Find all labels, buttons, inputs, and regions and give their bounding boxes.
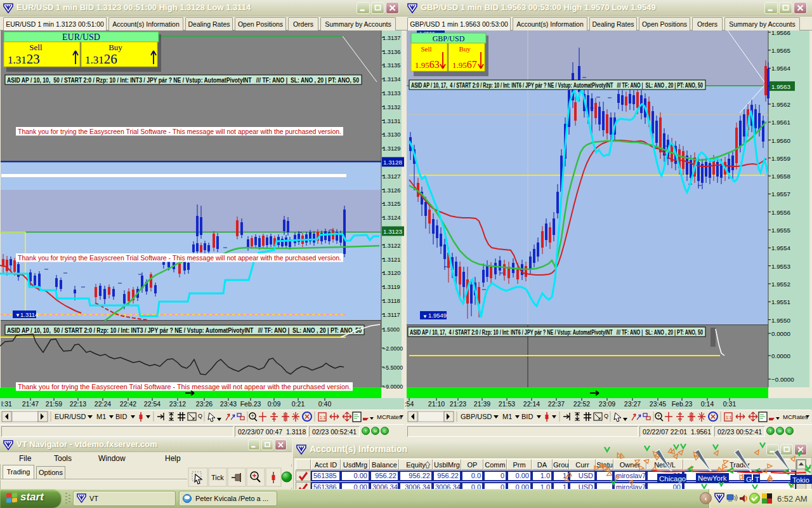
svg-text:BID: BID (521, 413, 533, 420)
svg-text:1.3127: 1.3127 (383, 173, 400, 180)
svg-text:1.9555: 1.9555 (771, 227, 791, 234)
svg-text:EUR/USD: EUR/USD (62, 32, 100, 42)
svg-text:Buy: Buy (108, 43, 122, 52)
svg-text:MCRates: MCRates (783, 413, 808, 420)
svg-text:1.3119: 1.3119 (383, 284, 400, 290)
svg-text:0:40: 0:40 (318, 400, 332, 408)
svg-text:23:26: 23:26 (196, 400, 213, 408)
svg-text:Tokio: Tokio (792, 476, 809, 484)
svg-text:21:53: 21:53 (499, 400, 515, 408)
svg-text:Thank you for trying the Easys: Thank you for trying the Easyscreen Tria… (18, 383, 351, 391)
svg-text:1.3134: 1.3134 (383, 76, 400, 83)
svg-text:Tick: Tick (211, 474, 224, 481)
svg-text:1.3128: 1.3128 (383, 159, 403, 166)
svg-text:22:13: 22:13 (70, 400, 86, 408)
svg-text:l:31: l:31 (1, 400, 12, 408)
svg-text:1.9559: 1.9559 (771, 155, 790, 162)
svg-text:Sell: Sell (421, 45, 431, 53)
svg-text:1.3129: 1.3129 (383, 145, 400, 152)
svg-text:Feb.23: Feb.23 (672, 400, 693, 408)
svg-text:1.9553: 1.9553 (771, 263, 791, 270)
svg-text:−5.5000: −5.5000 (383, 364, 403, 371)
svg-text:1.3125: 1.3125 (383, 201, 400, 207)
svg-text:+: + (657, 413, 660, 419)
svg-text:1.3130: 1.3130 (383, 131, 400, 138)
svg-text:M1: M1 (502, 413, 512, 420)
svg-text:G: G (746, 476, 752, 483)
svg-text:1.3126: 1.3126 (383, 187, 400, 194)
svg-text:Feb.23: Feb.23 (240, 400, 261, 408)
svg-text:1.3131: 1.3131 (383, 118, 400, 124)
svg-text:0:09: 0:09 (268, 400, 281, 408)
svg-text:1.3132: 1.3132 (383, 104, 400, 110)
svg-text:22:54: 22:54 (144, 400, 160, 408)
svg-text:1.9562: 1.9562 (771, 101, 790, 108)
svg-text:23:45: 23:45 (650, 400, 666, 408)
svg-text:+: + (251, 413, 254, 419)
svg-text:1.3118: 1.3118 (383, 298, 400, 304)
svg-text:1:1: 1:1 (320, 415, 326, 420)
svg-text:22:24: 22:24 (95, 400, 111, 408)
svg-text:21:39: 21:39 (474, 400, 490, 408)
svg-text:1.3126: 1.3126 (85, 51, 117, 67)
svg-text:▼: ▼ (422, 314, 428, 319)
svg-text:21:59: 21:59 (46, 400, 62, 408)
svg-text:1.9563: 1.9563 (771, 83, 791, 90)
svg-text:Q: Q (604, 413, 608, 419)
svg-text:23:12: 23:12 (169, 400, 186, 408)
svg-text:GBP/USD: GBP/USD (461, 413, 492, 420)
svg-text:1.9556: 1.9556 (771, 209, 791, 216)
svg-text:Thank you for trying the Easys: Thank you for trying the Easyscreen Tria… (18, 254, 341, 262)
svg-text:22:52: 22:52 (573, 400, 590, 408)
svg-text:−9.0000: −9.0000 (383, 384, 403, 390)
svg-text:1.9560: 1.9560 (771, 137, 791, 144)
svg-text:Sell: Sell (29, 43, 43, 52)
svg-text:ASID AP / 10, 17, 4 / START 2: ASID AP / 10, 17, 4 / START 2:0 / Rzp: 1… (411, 81, 703, 89)
svg-text:BID: BID (115, 413, 127, 420)
svg-text:1.9557: 1.9557 (771, 190, 790, 197)
svg-text:21:10: 21:10 (428, 400, 445, 408)
svg-text:−2.0000: −2.0000 (383, 345, 403, 352)
svg-text:1.3124: 1.3124 (383, 215, 400, 221)
svg-text:1.3135: 1.3135 (383, 62, 400, 69)
svg-text:1.9561: 1.9561 (771, 119, 790, 126)
svg-text:Buy: Buy (459, 45, 471, 53)
svg-text:1:1: 1:1 (726, 415, 732, 420)
svg-text:ASID AP / 10, 10, 50 / START: ASID AP / 10, 10, 50 / START 2:0 / Rzp: … (7, 326, 362, 334)
svg-text:1.9564: 1.9564 (771, 65, 791, 72)
svg-text:0:14: 0:14 (701, 400, 714, 408)
svg-text:22:42: 22:42 (120, 400, 136, 408)
svg-text:ASID AP / 10, 17, 4 / START 2: ASID AP / 10, 17, 4 / START 2:0 / Rzp: 1… (410, 328, 703, 336)
svg-text:T: T (755, 476, 759, 483)
svg-text:23:27: 23:27 (624, 400, 641, 408)
svg-text:21:23: 21:23 (450, 400, 466, 408)
svg-text:ASID AP / 10, 10, 50 / START: ASID AP / 10, 10, 50 / START 2:0 / Rzp: … (7, 76, 359, 84)
svg-text:1.3122: 1.3122 (383, 243, 400, 249)
svg-text:GBP/USD: GBP/USD (433, 34, 465, 43)
svg-text:EUR/USD: EUR/USD (55, 413, 86, 420)
svg-text:1.9567: 1.9567 (452, 59, 477, 70)
svg-text:Chicago: Chicago (659, 475, 686, 483)
svg-text:1.3137: 1.3137 (383, 35, 400, 41)
svg-text:M1: M1 (96, 413, 106, 420)
svg-text:1.9551: 1.9551 (771, 298, 790, 305)
svg-text:1.3120: 1.3120 (383, 270, 400, 276)
svg-text:▼: ▼ (15, 312, 20, 318)
svg-text:0:31: 0:31 (723, 400, 737, 408)
svg-text:22:14: 22:14 (523, 400, 540, 408)
svg-text:23:09: 23:09 (599, 400, 615, 408)
svg-text:NewYork: NewYork (698, 474, 727, 482)
svg-text:1.9552: 1.9552 (771, 281, 790, 288)
svg-text:0:21: 0:21 (292, 400, 305, 408)
svg-text:Thank you for trying the Easys: Thank you for trying the Easyscreen Tria… (18, 128, 341, 135)
svg-text:22:37: 22:37 (548, 400, 565, 408)
svg-text:1.3136: 1.3136 (383, 49, 400, 55)
svg-text:0.0000: 0.0000 (771, 352, 791, 359)
svg-text:1.9554: 1.9554 (771, 244, 791, 251)
svg-text:1.3123: 1.3123 (8, 51, 40, 67)
svg-text:23:43: 23:43 (220, 400, 237, 408)
svg-text:1.9549: 1.9549 (428, 312, 447, 319)
svg-text:1.9563: 1.9563 (415, 59, 440, 70)
svg-text:1.9550: 1.9550 (771, 317, 791, 324)
svg-text:21:47: 21:47 (22, 400, 39, 408)
